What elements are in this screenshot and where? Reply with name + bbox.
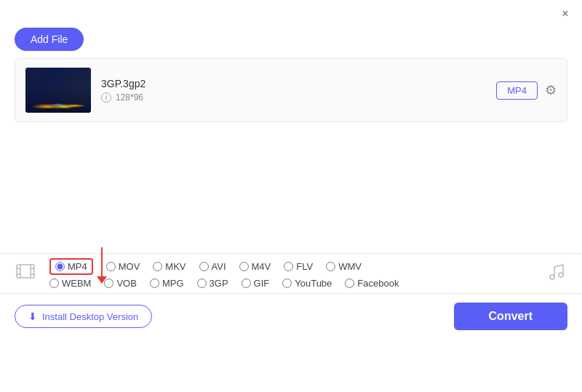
radio-gif[interactable] xyxy=(242,279,251,288)
radio-flv[interactable] xyxy=(284,262,293,271)
file-name: 3GP.3gp2 xyxy=(101,78,486,89)
format-label-youtube: YouTube xyxy=(295,278,332,289)
top-area: Add File xyxy=(0,25,582,58)
file-meta: i 128*96 xyxy=(101,92,486,103)
format-option-wmv[interactable]: WMV xyxy=(326,261,362,272)
radio-mkv[interactable] xyxy=(153,262,162,271)
format-row-1: MP4 MOV MKV AVI M4V FLV xyxy=(49,258,533,275)
middle-area xyxy=(0,122,582,253)
format-option-m4v[interactable]: M4V xyxy=(239,261,271,272)
install-button-label: Install Desktop Version xyxy=(42,311,138,322)
file-list: 3GP.3gp2 i 128*96 MP4 ⚙ xyxy=(15,58,567,122)
format-label-webm: WEBM xyxy=(62,278,91,289)
format-label-m4v: M4V xyxy=(252,261,271,272)
format-option-gif[interactable]: GIF xyxy=(242,278,270,289)
settings-icon[interactable]: ⚙ xyxy=(545,82,557,98)
file-actions: MP4 ⚙ xyxy=(496,81,557,100)
svg-point-7 xyxy=(550,275,554,279)
radio-facebook[interactable] xyxy=(345,279,354,288)
arrow-indicator xyxy=(97,247,107,284)
format-label-flv: FLV xyxy=(296,261,313,272)
file-item: 3GP.3gp2 i 128*96 MP4 ⚙ xyxy=(15,59,567,121)
svg-rect-0 xyxy=(17,265,34,278)
radio-webm[interactable] xyxy=(49,279,59,288)
format-label-facebook: Facebook xyxy=(357,278,399,289)
radio-m4v[interactable] xyxy=(239,262,249,271)
thumbnail-image xyxy=(25,68,91,113)
format-option-mp4[interactable]: MP4 xyxy=(49,258,93,275)
format-label-3gp: 3GP xyxy=(210,278,228,289)
format-option-mov[interactable]: MOV xyxy=(106,261,140,272)
format-label-mpg: MPG xyxy=(162,278,184,289)
format-label-mov: MOV xyxy=(119,261,140,272)
format-row-2: WEBM VOB MPG 3GP GIF YouTube xyxy=(49,278,533,289)
radio-mov[interactable] xyxy=(106,262,116,271)
radio-wmv[interactable] xyxy=(326,262,335,271)
music-icon xyxy=(548,263,565,285)
radio-avi[interactable] xyxy=(199,262,209,271)
add-file-button[interactable]: Add File xyxy=(15,28,84,51)
format-option-3gp[interactable]: 3GP xyxy=(197,278,228,289)
format-option-avi[interactable]: AVI xyxy=(199,261,226,272)
file-dimensions: 128*96 xyxy=(116,92,143,103)
svg-point-8 xyxy=(559,273,563,277)
info-icon: i xyxy=(101,92,111,103)
format-option-facebook[interactable]: Facebook xyxy=(345,278,399,289)
format-options: MP4 MOV MKV AVI M4V FLV xyxy=(44,254,538,293)
music-icon-area[interactable] xyxy=(538,257,575,291)
close-button[interactable]: × xyxy=(559,7,572,20)
format-option-webm[interactable]: WEBM xyxy=(49,278,91,289)
format-label-gif: GIF xyxy=(254,278,270,289)
radio-mpg[interactable] xyxy=(150,279,159,288)
file-thumbnail xyxy=(25,68,91,113)
format-option-mpg[interactable]: MPG xyxy=(150,278,184,289)
download-icon: ⬇ xyxy=(28,311,37,322)
install-desktop-button[interactable]: ⬇ Install Desktop Version xyxy=(15,305,152,328)
format-option-mkv[interactable]: MKV xyxy=(153,261,186,272)
file-info: 3GP.3gp2 i 128*96 xyxy=(101,78,486,103)
convert-button[interactable]: Convert xyxy=(454,303,567,330)
video-icon-area xyxy=(7,255,44,292)
format-bar: MP4 MOV MKV AVI M4V FLV xyxy=(0,253,582,293)
radio-mp4[interactable] xyxy=(55,262,65,271)
format-option-vob[interactable]: VOB xyxy=(104,278,136,289)
radio-3gp[interactable] xyxy=(197,279,207,288)
format-label-vob: VOB xyxy=(116,278,136,289)
format-label-wmv: WMV xyxy=(338,261,362,272)
film-icon xyxy=(15,261,36,286)
format-label-mp4: MP4 xyxy=(68,261,87,272)
format-label-mkv: MKV xyxy=(165,261,186,272)
radio-youtube[interactable] xyxy=(282,279,292,288)
format-badge[interactable]: MP4 xyxy=(496,81,538,100)
bottom-bar: ⬇ Install Desktop Version Convert xyxy=(0,293,582,339)
title-bar: × xyxy=(0,0,582,25)
format-option-youtube[interactable]: YouTube xyxy=(282,278,332,289)
format-option-flv[interactable]: FLV xyxy=(284,261,313,272)
format-label-avi: AVI xyxy=(212,261,226,272)
